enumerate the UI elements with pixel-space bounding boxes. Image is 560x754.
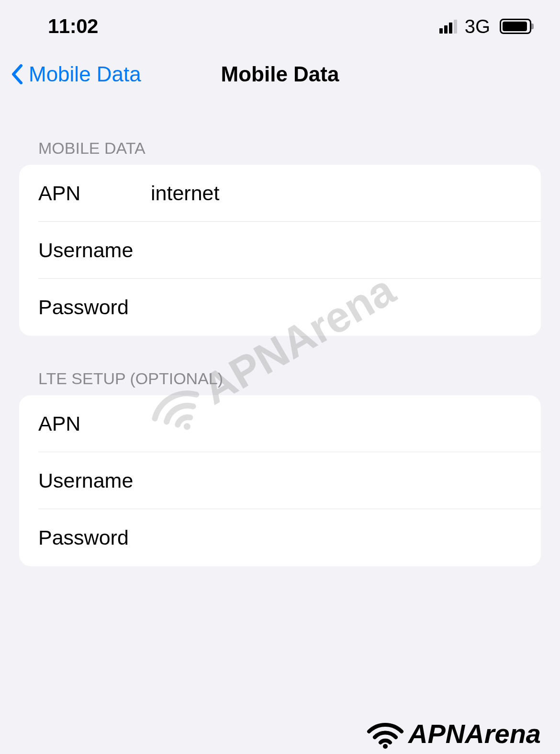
network-type: 3G: [465, 16, 490, 37]
apn-input[interactable]: [151, 165, 522, 222]
card-mobile-data: APN Username Password: [19, 165, 541, 336]
status-bar: 11:02 3G: [0, 0, 560, 53]
row-lte-password[interactable]: Password: [19, 509, 541, 566]
password-input[interactable]: [151, 279, 522, 336]
signal-icon: [439, 19, 457, 34]
row-label: APN: [38, 412, 151, 435]
row-label: Username: [38, 469, 151, 492]
wifi-icon: [366, 719, 404, 749]
section-header-mobile-data: MOBILE DATA: [0, 139, 560, 165]
nav-bar: Mobile Data Mobile Data: [0, 53, 560, 96]
battery-icon: [500, 19, 531, 34]
chevron-left-icon: [10, 62, 24, 86]
row-label: Password: [38, 296, 151, 319]
row-label: Password: [38, 526, 151, 549]
row-label: Username: [38, 239, 151, 262]
lte-username-input[interactable]: [151, 452, 522, 509]
row-mobile-data-username[interactable]: Username: [19, 222, 541, 279]
svg-point-1: [383, 744, 388, 749]
username-input[interactable]: [151, 222, 522, 279]
page-title: Mobile Data: [221, 62, 339, 86]
row-lte-username[interactable]: Username: [19, 452, 541, 509]
status-time: 11:02: [48, 15, 98, 38]
row-mobile-data-password[interactable]: Password: [19, 279, 541, 336]
back-button[interactable]: Mobile Data: [10, 62, 141, 86]
back-label: Mobile Data: [29, 62, 141, 86]
row-lte-apn[interactable]: APN: [19, 395, 541, 452]
lte-apn-input[interactable]: [151, 395, 522, 452]
row-label: APN: [38, 182, 151, 205]
section-header-lte: LTE SETUP (OPTIONAL): [0, 369, 560, 395]
status-right: 3G: [439, 16, 531, 37]
card-lte-setup: APN Username Password: [19, 395, 541, 566]
watermark-bottom: APNArena: [366, 718, 541, 749]
lte-password-input[interactable]: [151, 509, 522, 566]
row-mobile-data-apn[interactable]: APN: [19, 165, 541, 222]
